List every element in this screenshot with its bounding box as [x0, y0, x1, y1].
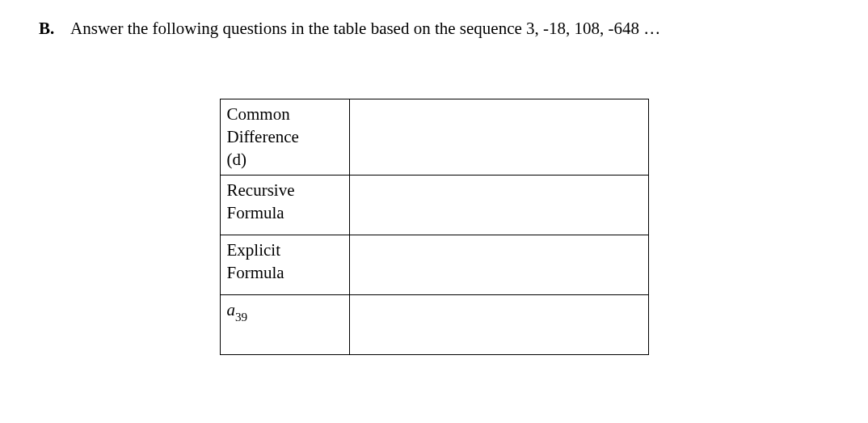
row-label-explicit: Explicit Formula: [220, 235, 349, 294]
answer-cell-recursive[interactable]: [349, 175, 648, 235]
answer-cell-common-difference[interactable]: [349, 99, 648, 175]
answer-cell-a39[interactable]: [349, 294, 648, 354]
math-subscript: 39: [235, 311, 247, 324]
label-line: Formula: [227, 203, 284, 222]
label-line: Difference: [227, 127, 299, 146]
sequence-table: Common Difference (d) Recursive Formula …: [220, 99, 649, 355]
answer-cell-explicit[interactable]: [349, 235, 648, 294]
question-label: B.: [39, 19, 54, 38]
table-row: Recursive Formula: [220, 175, 648, 235]
table-row: a39: [220, 294, 648, 354]
label-line: Recursive: [227, 180, 295, 200]
table-container: Common Difference (d) Recursive Formula …: [39, 99, 829, 355]
math-variable: a: [227, 300, 236, 319]
question-line: B. Answer the following questions in the…: [39, 16, 829, 42]
row-label-common-difference: Common Difference (d): [220, 99, 349, 175]
question-text: Answer the following questions in the ta…: [70, 19, 660, 38]
row-label-recursive: Recursive Formula: [220, 175, 349, 235]
label-line: Explicit: [227, 240, 281, 260]
label-line: Common: [227, 104, 290, 124]
spacer: [59, 19, 68, 38]
row-label-a39: a39: [220, 294, 349, 354]
table-row: Explicit Formula: [220, 235, 648, 294]
table-row: Common Difference (d): [220, 99, 648, 175]
label-line: Formula: [227, 263, 284, 282]
label-line: (d): [227, 150, 247, 169]
